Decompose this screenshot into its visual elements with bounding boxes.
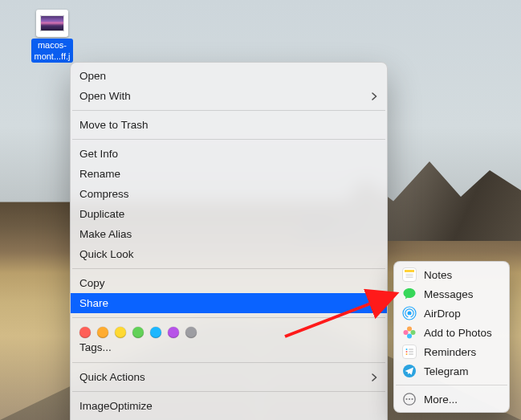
tag-color-5[interactable] xyxy=(168,327,179,338)
share-submenu: Notes Messages AirDrop Add to xyxy=(393,261,510,413)
chevron-right-icon xyxy=(372,92,377,100)
tag-color-2[interactable] xyxy=(115,327,126,338)
messages-icon xyxy=(402,287,417,301)
menu-move-to-trash[interactable]: Move to Trash xyxy=(71,115,387,135)
svg-rect-14 xyxy=(409,353,413,354)
share-reminders[interactable]: Reminders xyxy=(394,342,509,361)
tag-color-1[interactable] xyxy=(97,327,108,338)
menu-open-with-label: Open With xyxy=(79,90,131,102)
svg-point-6 xyxy=(411,330,416,335)
file-label: macos- mont...ff.j xyxy=(31,39,72,63)
tag-color-row xyxy=(71,322,387,340)
menu-share-label: Share xyxy=(79,297,108,309)
share-airdrop[interactable]: AirDrop xyxy=(394,304,509,323)
tag-color-4[interactable] xyxy=(150,327,161,338)
menu-make-alias[interactable]: Make Alias xyxy=(71,224,387,244)
tag-color-6[interactable] xyxy=(185,327,197,338)
svg-point-17 xyxy=(405,398,407,400)
svg-point-7 xyxy=(407,334,412,339)
svg-rect-10 xyxy=(409,349,413,349)
menu-quick-look[interactable]: Quick Look xyxy=(71,244,387,264)
svg-point-19 xyxy=(411,398,413,400)
menu-compress[interactable]: Compress xyxy=(71,184,387,204)
menu-open-with[interactable]: Open With xyxy=(71,86,387,106)
share-notes[interactable]: Notes xyxy=(394,265,509,284)
svg-point-11 xyxy=(406,351,408,353)
share-more[interactable]: More... xyxy=(394,389,509,409)
share-notes-label: Notes xyxy=(424,269,452,281)
desktop-file[interactable]: macos- mont...ff.j xyxy=(24,10,80,63)
menu-quick-actions[interactable]: Quick Actions xyxy=(71,367,387,387)
menu-get-info[interactable]: Get Info xyxy=(71,144,387,164)
menu-share[interactable]: Share xyxy=(71,293,387,313)
svg-point-13 xyxy=(406,353,408,355)
share-messages-label: Messages xyxy=(424,288,474,300)
separator xyxy=(72,139,385,140)
separator xyxy=(72,268,385,269)
share-reminders-label: Reminders xyxy=(424,346,476,358)
share-more-label: More... xyxy=(424,393,458,406)
photos-icon xyxy=(402,325,417,340)
desktop[interactable]: macos- mont...ff.j Open Open With Move t… xyxy=(0,0,521,420)
telegram-icon xyxy=(402,364,417,378)
svg-point-9 xyxy=(406,349,408,350)
menu-tags[interactable]: Tags... xyxy=(71,340,387,358)
share-telegram[interactable]: Telegram xyxy=(394,361,509,381)
menu-copy[interactable]: Copy xyxy=(71,273,387,293)
menu-duplicate[interactable]: Duplicate xyxy=(71,204,387,224)
menu-open[interactable]: Open xyxy=(71,66,387,86)
reminders-icon xyxy=(402,345,417,359)
share-messages[interactable]: Messages xyxy=(394,284,509,304)
svg-point-8 xyxy=(404,330,409,335)
svg-rect-12 xyxy=(409,351,413,352)
share-add-to-photos[interactable]: Add to Photos xyxy=(394,323,509,342)
separator xyxy=(72,110,385,111)
menu-quick-actions-label: Quick Actions xyxy=(79,371,145,383)
context-menu: Open Open With Move to Trash Get Info Re… xyxy=(70,62,388,420)
menu-rename[interactable]: Rename xyxy=(71,164,387,184)
tag-color-0[interactable] xyxy=(79,327,91,338)
svg-point-18 xyxy=(409,398,410,400)
file-thumbnail xyxy=(36,10,68,37)
notes-icon xyxy=(402,267,417,282)
svg-point-5 xyxy=(407,327,412,332)
share-telegram-label: Telegram xyxy=(424,365,469,377)
share-airdrop-label: AirDrop xyxy=(424,308,461,320)
menu-set-desktop-picture[interactable]: Set Desktop Picture xyxy=(71,416,387,420)
separator xyxy=(72,362,385,363)
airdrop-icon xyxy=(402,306,417,320)
chevron-right-icon xyxy=(372,373,377,381)
separator xyxy=(72,391,385,392)
share-photos-label: Add to Photos xyxy=(424,327,492,339)
menu-image-optimize[interactable]: ImageOptimize xyxy=(71,396,387,416)
tag-color-3[interactable] xyxy=(132,327,144,338)
svg-rect-0 xyxy=(405,270,414,272)
chevron-right-icon xyxy=(372,300,377,308)
more-icon xyxy=(402,392,417,406)
separator xyxy=(72,317,385,318)
separator xyxy=(396,385,507,385)
